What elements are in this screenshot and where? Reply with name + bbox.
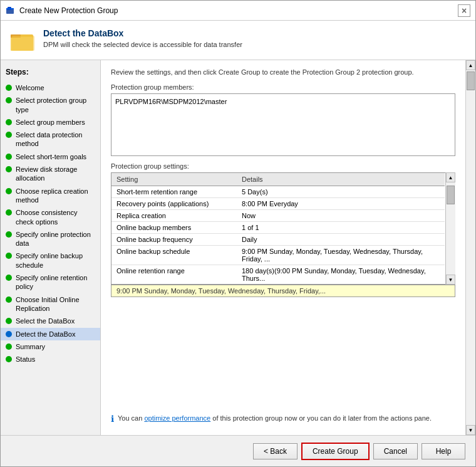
title-bar-left: Create New Protection Group [6, 6, 118, 16]
header-description: DPM will check the selected device is ac… [43, 41, 242, 48]
col-details: Details [237, 173, 445, 186]
sidebar-item-summary[interactable]: Summary [1, 340, 100, 353]
main-window: Create New Protection Group × Detect the… [0, 0, 476, 467]
footer: < Back Create Group Cancel Help [1, 435, 475, 466]
sidebar-item-short-term[interactable]: Select short-term goals [1, 150, 100, 163]
main-scroll-thumb[interactable] [467, 71, 475, 90]
sidebar-item-label: Select short-term goals [16, 152, 86, 161]
sidebar: Steps: Welcome Select protection group t… [1, 60, 101, 435]
app-icon [6, 6, 16, 16]
main-scroll-up[interactable]: ▲ [466, 60, 475, 70]
help-button[interactable]: Help [422, 443, 465, 459]
content-area: Steps: Welcome Select protection group t… [1, 60, 475, 435]
cancel-button[interactable]: Cancel [373, 443, 418, 459]
sidebar-item-status[interactable]: Status [1, 353, 100, 365]
table-row: Online backup schedule 9:00 PM Sunday, M… [111, 246, 445, 265]
sidebar-item-online-data[interactable]: Specify online protection data [1, 228, 100, 250]
members-label: Protection group members: [111, 83, 455, 91]
table-row: Online backup members 1 of 1 [111, 222, 445, 234]
sidebar-item-data-protection[interactable]: Select data protection method [1, 129, 100, 150]
table-row: Short-term retention range 5 Day(s) [111, 186, 445, 198]
dot-icon [6, 154, 12, 160]
sidebar-item-label: Summary [16, 342, 45, 351]
optimize-link[interactable]: optimize performance [144, 414, 210, 422]
setting-detail: 5 Day(s) [237, 186, 445, 198]
scroll-down-arrow[interactable]: ▼ [446, 275, 455, 285]
create-group-button[interactable]: Create Group [301, 443, 370, 460]
sidebar-item-detect-databox[interactable]: Detect the DataBox [1, 328, 100, 340]
sidebar-item-welcome[interactable]: Welcome [1, 81, 100, 94]
sidebar-item-disk-storage[interactable]: Review disk storage allocation [1, 163, 100, 185]
close-button[interactable]: × [458, 4, 470, 17]
dot-icon [6, 132, 12, 138]
main-scrollbar[interactable]: ▲ ▼ [465, 60, 475, 435]
sidebar-item-consistency[interactable]: Choose consistency check options [1, 206, 100, 228]
sidebar-item-online-retention[interactable]: Specify online retention policy [1, 271, 100, 293]
tooltip-popup: 9:00 PM Sunday, Monday, Tuesday, Wednesd… [111, 285, 455, 297]
sidebar-item-online-schedule[interactable]: Specify online backup schedule [1, 249, 100, 271]
scroll-track [446, 182, 455, 275]
setting-name: Recovery points (applications) [111, 198, 237, 210]
info-text: You can optimize performance of this pro… [118, 414, 432, 422]
dot-icon [6, 253, 12, 259]
settings-scrollbar[interactable]: ▲ ▼ [445, 172, 455, 285]
sidebar-item-label: Welcome [16, 83, 44, 92]
table-row: Recovery points (applications) 8:00 PM E… [111, 198, 445, 210]
dot-icon [6, 344, 12, 350]
dot-icon [6, 231, 12, 238]
setting-detail: 8:00 PM Everyday [237, 198, 445, 210]
sidebar-item-label: Specify online retention policy [16, 273, 95, 291]
sidebar-item-label: Choose replica creation method [16, 187, 95, 205]
setting-name: Online retention range [111, 265, 237, 285]
main-scroll-track [466, 70, 475, 425]
sidebar-item-select-type[interactable]: Select protection group type [1, 94, 100, 116]
sidebar-item-label: Select the DataBox [16, 317, 75, 325]
svg-rect-6 [12, 36, 34, 51]
dot-icon [6, 331, 12, 337]
svg-rect-2 [6, 8, 14, 9]
info-before: You can [118, 414, 144, 422]
instruction-text: Review the settings, and then click Crea… [111, 68, 455, 77]
setting-name: Short-term retention range [111, 186, 237, 198]
col-setting: Setting [111, 173, 237, 186]
dot-icon [6, 97, 12, 103]
sidebar-item-replica[interactable]: Choose replica creation method [1, 185, 100, 207]
sidebar-item-label: Status [16, 355, 35, 364]
scroll-up-arrow[interactable]: ▲ [446, 172, 455, 182]
sidebar-item-label: Choose consistency check options [16, 208, 95, 226]
setting-name: Replica creation [111, 210, 237, 222]
settings-outer: Setting Details Short-term retention ran… [111, 172, 455, 285]
setting-name: Online backup schedule [111, 246, 237, 265]
sidebar-item-initial-online[interactable]: Choose Initial Online Replication [1, 293, 100, 315]
sidebar-item-label: Detect the DataBox [16, 330, 75, 338]
title-bar: Create New Protection Group × [1, 1, 475, 21]
setting-name: Online backup frequency [111, 234, 237, 246]
dot-icon [6, 356, 12, 362]
dot-icon [6, 166, 12, 172]
dot-icon [6, 119, 12, 125]
header-text: Detect the DataBox DPM will check the se… [43, 28, 242, 48]
sidebar-item-label: Select group members [16, 118, 85, 127]
dot-icon [6, 318, 12, 324]
back-button[interactable]: < Back [253, 443, 298, 459]
members-box: PLRVDPM16R\MSDPM2012\master [111, 93, 455, 156]
dot-icon [6, 188, 12, 194]
header-section: Detect the DataBox DPM will check the se… [1, 21, 475, 60]
main-scroll-down[interactable]: ▼ [466, 425, 475, 435]
info-after: of this protection group now or you can … [210, 414, 432, 422]
scroll-thumb[interactable] [447, 186, 455, 204]
sidebar-item-select-databox[interactable]: Select the DataBox [1, 315, 100, 327]
members-value: PLRVDPM16R\MSDPM2012\master [115, 98, 227, 105]
tooltip-text: 9:00 PM Sunday, Monday, Tuesday, Wednesd… [116, 287, 326, 295]
sidebar-item-label: Specify online protection data [16, 230, 95, 248]
table-row: Replica creation Now [111, 210, 445, 222]
folder-icon [11, 29, 36, 52]
settings-section: Protection group settings: Setting Detai… [111, 162, 455, 404]
setting-detail: Now [237, 210, 445, 222]
sidebar-item-select-members[interactable]: Select group members [1, 116, 100, 129]
settings-label: Protection group settings: [111, 162, 455, 170]
setting-detail: 1 of 1 [237, 222, 445, 234]
settings-table: Setting Details Short-term retention ran… [111, 173, 445, 284]
dot-icon [6, 296, 12, 303]
sidebar-item-label: Select protection group type [16, 96, 95, 114]
